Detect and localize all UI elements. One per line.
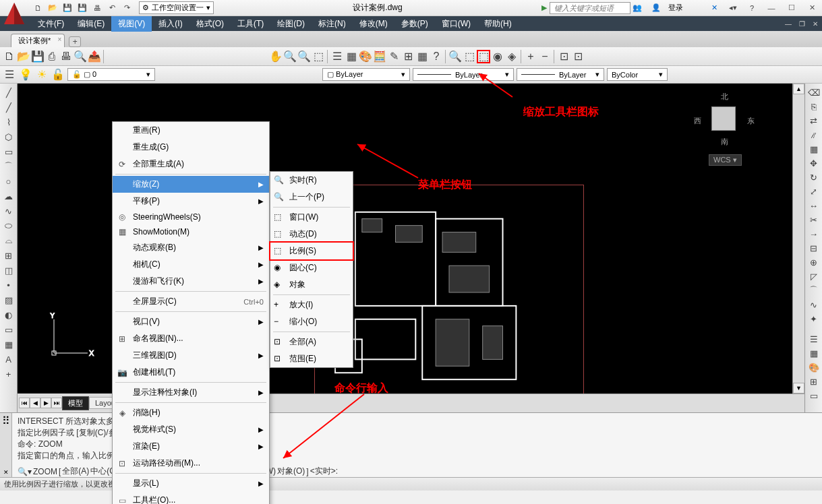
arc-icon[interactable]: ⌒ <box>3 160 15 172</box>
rect-icon[interactable]: ▭ <box>3 146 15 158</box>
viewcube-south[interactable]: 南 <box>721 137 728 147</box>
scroll-down-icon[interactable]: ▼ <box>793 383 804 393</box>
tab-prev-icon[interactable]: ◀ <box>30 398 40 408</box>
addselected-icon[interactable]: + <box>3 368 15 380</box>
zoom-all-icon[interactable]: ⊡ <box>557 50 570 63</box>
explode-icon[interactable]: ✦ <box>808 313 820 325</box>
tab-last-icon[interactable]: ⏭ <box>51 398 62 408</box>
tab-first-icon[interactable]: ⏮ <box>19 398 30 408</box>
zoom-menu-item[interactable]: ⬚比例(S) <box>269 241 354 261</box>
break-icon[interactable]: ⊟ <box>808 242 820 254</box>
layer-on-icon[interactable]: 💡 <box>19 68 32 82</box>
plotstyle-dropdown[interactable]: ByColor▾ <box>607 68 668 81</box>
view-menu-item[interactable]: 视口(V)▶ <box>113 313 269 330</box>
menu-modify[interactable]: 修改(M) <box>353 16 394 32</box>
color-dropdown[interactable]: ▢ ByLayer▾ <box>322 68 410 81</box>
menu-format[interactable]: 格式(O) <box>189 16 231 32</box>
viewcube[interactable]: 北 南 东 西 WCS ▾ <box>694 92 755 166</box>
insert-icon[interactable]: ⊞ <box>3 249 15 261</box>
pan-icon[interactable]: ✋ <box>269 50 283 63</box>
ellipse-icon[interactable]: ⬭ <box>3 220 15 232</box>
redo-icon[interactable]: ↷ <box>120 1 134 15</box>
maximize-button[interactable]: ☐ <box>782 1 802 15</box>
new-tab-button[interactable]: + <box>69 36 81 47</box>
offset-icon[interactable]: ⫽ <box>808 129 820 141</box>
view-menu-item[interactable]: 显示注释性对象(I)▶ <box>113 384 269 401</box>
layer-mgr-icon[interactable]: ☰ <box>3 68 16 82</box>
workspace-dropdown[interactable]: ⚙ 工作空间设置一 ▾ <box>139 1 214 14</box>
polygon-icon[interactable]: ⬡ <box>3 131 15 143</box>
zoom-menu-item[interactable]: ◈对象 <box>270 276 353 293</box>
saveas-icon[interactable]: 💾 <box>76 1 89 15</box>
viewcube-east[interactable]: 东 <box>747 116 755 126</box>
linetype-dropdown[interactable]: ByLayer▾ <box>413 68 514 81</box>
zoom-menu-item[interactable]: ⬚窗口(W) <box>270 209 353 226</box>
hatch-icon[interactable]: ▨ <box>3 294 15 306</box>
close-button[interactable]: ✕ <box>802 1 822 15</box>
spline-icon[interactable]: ∿ <box>3 205 15 217</box>
scale-icon[interactable]: ⤢ <box>808 185 820 197</box>
props-icon[interactable]: ☰ <box>330 50 344 63</box>
scroll-up-icon[interactable]: ▲ <box>793 84 804 94</box>
menu-insert[interactable]: 插入(I) <box>152 16 189 32</box>
props-icon[interactable]: ☰ <box>808 333 820 345</box>
menu-file[interactable]: 文件(F) <box>31 16 71 32</box>
zoom-menu-item[interactable]: 🔍实时(R) <box>270 172 353 189</box>
play-icon[interactable]: ▶ <box>541 3 547 12</box>
zoom-menu-item[interactable]: ⊡全部(A) <box>270 334 353 350</box>
block-icon[interactable]: ◫ <box>3 264 15 276</box>
open-icon[interactable]: 📂 <box>17 50 30 63</box>
zoom-center-icon[interactable]: ◉ <box>491 50 504 63</box>
export-icon[interactable]: ⎙ <box>45 50 59 63</box>
cmd-opt[interactable]: 对象(O) <box>277 466 305 477</box>
zoom-menu-item[interactable]: ◉圆心(C) <box>270 259 353 276</box>
zoom-dynamic-icon[interactable]: ⬚ <box>463 50 476 63</box>
stretch-icon[interactable]: ↔ <box>808 199 820 212</box>
new-icon[interactable]: 🗋 <box>31 1 45 15</box>
help-dd-icon[interactable]: ◂▾ <box>726 1 740 15</box>
menu-draw[interactable]: 绘图(D) <box>270 16 312 32</box>
palette-icon[interactable]: 🎨 <box>808 361 820 373</box>
misc-icon[interactable]: ▭ <box>808 389 820 402</box>
lineweight-dropdown[interactable]: ByLayer▾ <box>517 68 604 81</box>
layer-dropdown[interactable]: 🔓 ▢ 0▾ <box>67 68 155 81</box>
save-icon[interactable]: 💾 <box>31 50 45 63</box>
view-menu-item[interactable]: ⊡运动路径动画(M)... <box>113 455 269 472</box>
menu-help[interactable]: 帮助(H) <box>477 16 519 32</box>
user-icon[interactable]: 👤 <box>649 1 663 15</box>
help-icon[interactable]: ? <box>430 50 443 63</box>
zoom-window-icon[interactable]: 🔍 <box>448 50 462 63</box>
calc-icon[interactable]: 🧮 <box>373 50 386 63</box>
table-icon[interactable]: ▦ <box>3 338 15 350</box>
minimize-button[interactable]: — <box>761 1 782 15</box>
zoom-in-icon[interactable]: + <box>524 50 537 63</box>
zoom-menu-item[interactable]: −缩小(O) <box>270 313 353 330</box>
markup-icon[interactable]: ✎ <box>387 50 401 63</box>
layer-lock-icon[interactable]: 🔓 <box>51 68 65 82</box>
undo-icon[interactable]: ↶ <box>105 1 119 15</box>
mtext-icon[interactable]: A <box>3 353 15 365</box>
viewcube-north[interactable]: 北 <box>721 92 728 102</box>
menu-view[interactable]: 视图(V) <box>111 16 152 32</box>
zoom-out-icon[interactable]: − <box>538 50 552 63</box>
viewcube-west[interactable]: 西 <box>694 116 701 126</box>
tool-palette-icon[interactable]: 🎨 <box>359 50 372 63</box>
view-menu-item[interactable]: 渲染(E)▶ <box>113 438 269 455</box>
menu-tools[interactable]: 工具(T) <box>231 16 270 32</box>
zoom-prev-icon[interactable]: 🔍 <box>297 50 311 63</box>
cmd-grip[interactable]: ⠿✕ <box>0 413 12 477</box>
login-label[interactable]: 登录 <box>668 3 683 13</box>
menu-edit[interactable]: 编辑(E) <box>71 16 111 32</box>
view-menu-item[interactable]: ⟳全部重生成(A) <box>113 156 269 172</box>
array-icon[interactable]: ▦ <box>808 143 820 155</box>
pline-icon[interactable]: ⌇ <box>3 116 15 128</box>
zoom-object-icon[interactable]: ◈ <box>505 50 519 63</box>
revcloud-icon[interactable]: ☁ <box>3 190 15 202</box>
view-menu-item[interactable]: ◈消隐(H) <box>113 404 269 421</box>
blend-icon[interactable]: ∿ <box>808 298 820 311</box>
zoom-menu-item[interactable]: ⊡范围(E) <box>270 350 353 367</box>
zoom-scale-icon[interactable]: ⬚ <box>477 50 490 63</box>
dc-icon[interactable]: ⊞ <box>401 50 415 63</box>
circle-icon[interactable]: ○ <box>3 175 15 187</box>
zoom-menu-item[interactable]: 🔍上一个(P) <box>270 189 353 206</box>
